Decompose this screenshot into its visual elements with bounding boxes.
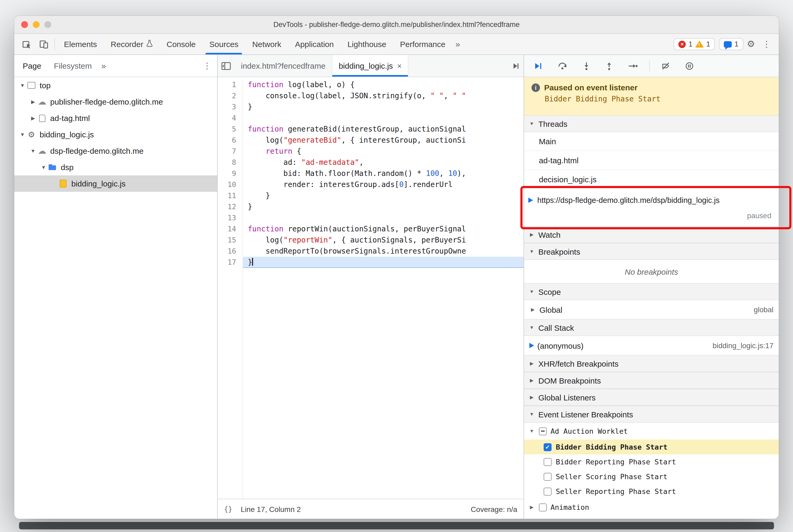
line-number[interactable]: 1 xyxy=(218,79,243,90)
thread-item[interactable]: decision_logic.js xyxy=(524,170,779,189)
line-number[interactable]: 3 xyxy=(218,101,243,113)
tree-item[interactable]: bidding_logic.js xyxy=(14,175,217,192)
disclosure-collapsed-icon[interactable]: ▶ xyxy=(29,115,37,121)
checkbox-unchecked[interactable] xyxy=(544,487,551,495)
tree-item[interactable]: ▼⚙bidding_logic.js xyxy=(14,126,217,142)
code-line[interactable]: 12} xyxy=(218,201,524,212)
line-number[interactable]: 4 xyxy=(218,113,243,124)
tab-recorder[interactable]: Recorder xyxy=(104,34,159,54)
thread-item[interactable]: Main xyxy=(524,132,779,151)
code-line[interactable]: 17} xyxy=(218,257,524,268)
step-over-icon[interactable] xyxy=(554,62,571,70)
tree-item[interactable]: ▼dsp xyxy=(14,159,217,175)
code-line[interactable]: 14function reportWin(auctionSignals, per… xyxy=(218,224,524,234)
next-editor-icon[interactable] xyxy=(508,55,524,77)
code-line[interactable]: 11 } xyxy=(218,190,524,201)
line-number[interactable]: 12 xyxy=(218,201,243,212)
event-breakpoint[interactable]: ✓Bidder Bidding Phase Start xyxy=(524,440,779,454)
event-listener-breakpoints-section-header[interactable]: ▼ Event Listener Breakpoints xyxy=(524,406,779,423)
line-number[interactable]: 5 xyxy=(218,124,243,135)
line-number[interactable]: 11 xyxy=(218,190,243,201)
thread-item[interactable]: ad-tag.html xyxy=(524,151,779,170)
code-line[interactable]: 3} xyxy=(218,101,524,113)
tab-application[interactable]: Application xyxy=(288,34,341,54)
line-number[interactable]: 14 xyxy=(218,224,243,234)
console-status-pill[interactable]: × 1 1 xyxy=(674,38,715,50)
tab-performance[interactable]: Performance xyxy=(393,34,452,54)
close-tab-icon[interactable]: × xyxy=(397,61,402,70)
format-code-icon[interactable]: {} xyxy=(224,505,232,513)
disclosure-collapsed-icon[interactable]: ▶ xyxy=(29,99,37,104)
line-number[interactable]: 15 xyxy=(218,234,243,246)
event-breakpoint[interactable]: Seller Scoring Phase Start xyxy=(524,469,779,484)
code-line[interactable]: 8 ad: "ad-metadata", xyxy=(218,157,524,168)
more-navigator-tabs-icon[interactable]: » xyxy=(98,61,109,71)
disclosure-expanded-icon[interactable]: ▼ xyxy=(528,429,535,434)
event-breakpoint[interactable]: Bidder Reporting Phase Start xyxy=(524,454,779,469)
event-category[interactable]: ▶Animation xyxy=(524,499,779,516)
issues-pill[interactable]: 1 xyxy=(719,38,743,50)
settings-gear-icon[interactable]: ⚙ xyxy=(743,39,759,50)
code-line[interactable]: 1function log(label, o) { xyxy=(218,79,524,90)
disclosure-collapsed-icon[interactable]: ▶ xyxy=(528,505,535,510)
thread-item-current[interactable]: https://dsp-fledge-demo.glitch.me/dsp/bi… xyxy=(524,189,779,226)
device-toolbar-icon[interactable] xyxy=(35,34,52,54)
line-number[interactable]: 6 xyxy=(218,135,243,146)
call-stack-section-header[interactable]: ▼ Call Stack xyxy=(524,319,779,336)
code-line[interactable]: 15 log("reportWin", { auctionSignals, pe… xyxy=(218,234,524,246)
event-category[interactable]: ▼Ad Auction Worklet xyxy=(524,423,779,440)
tree-item[interactable]: ▼☁dsp-fledge-demo.glitch.me xyxy=(14,142,217,159)
tree-item[interactable]: ▼top xyxy=(14,77,217,94)
line-number[interactable]: 9 xyxy=(218,168,243,179)
tab-sources[interactable]: Sources xyxy=(203,34,245,54)
editor-tab-index-html-fencedframe[interactable]: index.html?fencedframe xyxy=(234,55,332,77)
tab-console[interactable]: Console xyxy=(159,34,202,54)
toggle-navigator-icon[interactable] xyxy=(218,55,234,77)
checkbox-unchecked[interactable] xyxy=(539,503,547,511)
xhr-breakpoints-section-header[interactable]: ▶ XHR/fetch Breakpoints xyxy=(524,355,779,372)
code-line[interactable]: 16 sendReportTo(browserSignals.interestG… xyxy=(218,246,524,257)
code-line[interactable]: 6 log("generateBid", { interestGroup, au… xyxy=(218,135,524,146)
checkbox-indeterminate[interactable] xyxy=(539,427,547,435)
watch-section-header[interactable]: ▶ Watch xyxy=(524,226,779,243)
line-number[interactable]: 2 xyxy=(218,90,243,101)
code-editor[interactable]: 1function log(label, o) {2 console.log(l… xyxy=(218,77,524,499)
tree-item[interactable]: ▶☁publisher-fledge-demo.glitch.me xyxy=(14,94,217,110)
breakpoints-section-header[interactable]: ▼ Breakpoints xyxy=(524,243,779,260)
disclosure-expanded-icon[interactable]: ▼ xyxy=(18,82,26,88)
deactivate-breakpoints-icon[interactable] xyxy=(658,61,674,70)
checkbox-unchecked[interactable] xyxy=(544,458,551,466)
event-category[interactable]: ▶Canvas xyxy=(524,516,779,519)
event-breakpoint[interactable]: Seller Reporting Phase Start xyxy=(524,484,779,499)
tab-elements[interactable]: Elements xyxy=(57,34,104,54)
navigator-tab-filesystem[interactable]: Filesystem xyxy=(48,55,98,77)
code-line[interactable]: 9 bid: Math.floor(Math.random() * 100, 1… xyxy=(218,168,524,179)
step-icon[interactable] xyxy=(624,62,641,70)
line-number[interactable]: 16 xyxy=(218,246,243,257)
call-stack-frame-row[interactable]: (anonymous) bidding_logic.js:17 xyxy=(524,336,779,355)
navigator-menu-kebab-icon[interactable]: ⋮ xyxy=(199,61,215,71)
line-number[interactable]: 7 xyxy=(218,146,243,157)
tree-item[interactable]: ▶ad-tag.html xyxy=(14,110,217,126)
code-line[interactable]: 10 render: interestGroup.ads[0].renderUr… xyxy=(218,179,524,190)
disclosure-expanded-icon[interactable]: ▼ xyxy=(18,132,26,137)
code-line[interactable]: 2 console.log(label, JSON.stringify(o, "… xyxy=(218,90,524,101)
checkbox-checked[interactable]: ✓ xyxy=(544,443,551,451)
line-number[interactable]: 10 xyxy=(218,179,243,190)
step-out-icon[interactable] xyxy=(602,61,617,70)
line-number[interactable]: 17 xyxy=(218,257,243,268)
code-line[interactable]: 13 xyxy=(218,212,524,224)
pause-on-exceptions-icon[interactable] xyxy=(681,61,697,70)
code-line[interactable]: 5function generateBid(interestGroup, auc… xyxy=(218,124,524,135)
threads-section-header[interactable]: ▼ Threads xyxy=(524,115,779,132)
inspect-icon[interactable] xyxy=(18,34,35,54)
scope-global-row[interactable]: ▶ Global global xyxy=(524,300,779,319)
tab-lighthouse[interactable]: Lighthouse xyxy=(340,34,393,54)
dom-breakpoints-section-header[interactable]: ▶ DOM Breakpoints xyxy=(524,372,779,389)
line-number[interactable]: 13 xyxy=(218,212,243,224)
global-listeners-section-header[interactable]: ▶ Global Listeners xyxy=(524,389,779,406)
editor-tab-bidding-logic-js[interactable]: bidding_logic.js× xyxy=(332,55,409,77)
minimize-window-button[interactable] xyxy=(33,21,40,28)
code-line[interactable]: 4 xyxy=(218,113,524,124)
line-number[interactable]: 8 xyxy=(218,157,243,168)
